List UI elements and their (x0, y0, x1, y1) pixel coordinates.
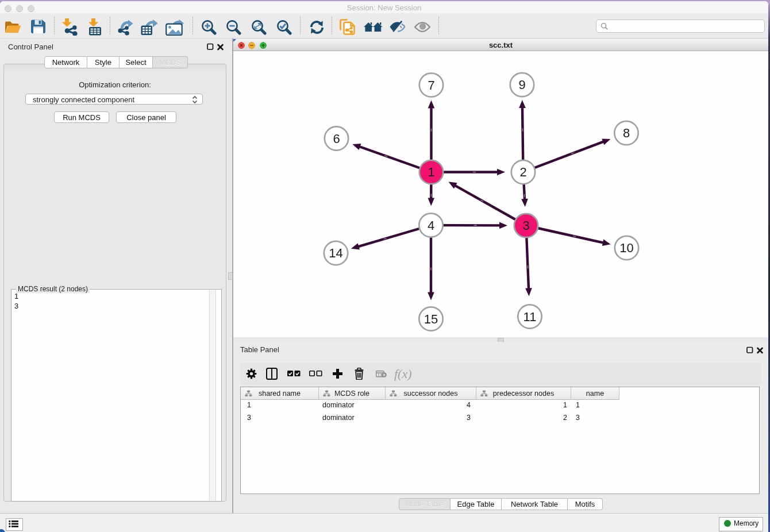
svg-text:10: 10 (619, 241, 633, 255)
svg-text:8: 8 (623, 126, 630, 140)
svg-text:14: 14 (329, 246, 342, 260)
svg-text:2: 2 (519, 165, 526, 179)
svg-text:f(x): f(x) (394, 367, 412, 381)
svg-text:9: 9 (518, 78, 525, 92)
svg-text:7: 7 (428, 78, 434, 92)
svg-text:6: 6 (333, 132, 340, 146)
svg-text:11: 11 (523, 310, 537, 324)
svg-text:1: 1 (428, 165, 434, 179)
svg-text:4: 4 (428, 218, 434, 233)
svg-text:3: 3 (522, 218, 529, 233)
svg-text:15: 15 (424, 312, 438, 326)
